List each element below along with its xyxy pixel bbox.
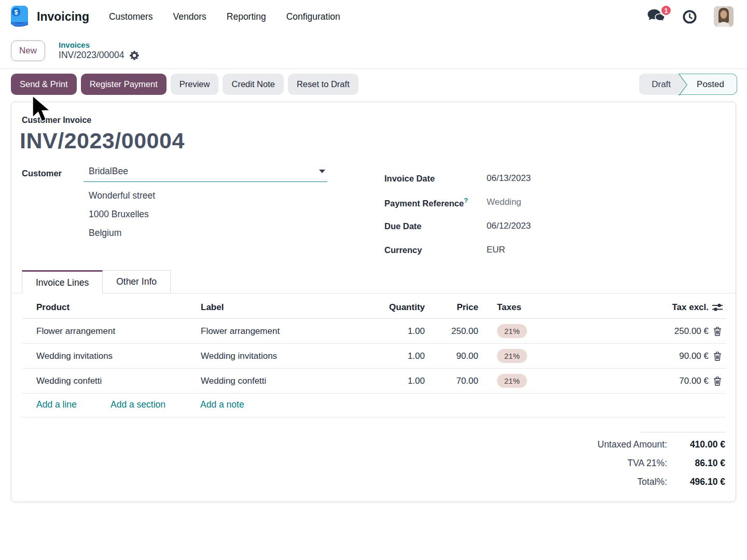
dropdown-caret-icon — [319, 170, 325, 173]
header-label: Label — [201, 302, 377, 313]
due-date-value[interactable]: 06/12/2023 — [487, 221, 531, 231]
tax-value: 86.10 € — [667, 458, 725, 469]
new-button[interactable]: New — [11, 40, 45, 61]
untaxed-amount-row: Untaxed Amount: 410.00 € — [598, 435, 725, 454]
header-taxes: Taxes — [478, 302, 626, 313]
add-a-section-link[interactable]: Add a section — [110, 399, 165, 410]
currency-value[interactable]: EUR — [487, 245, 505, 255]
currency-label: Currency — [384, 245, 487, 255]
table-footer-links: Add a line Add a section Add a note — [22, 394, 726, 417]
invoice-form-sheet: Customer Invoice INV/2023/00004 Customer… — [11, 102, 736, 502]
untaxed-amount-label: Untaxed Amount: — [598, 439, 667, 450]
total-label: Total%: — [638, 477, 667, 487]
control-panel: Send & Print Register Payment Preview Cr… — [11, 74, 737, 95]
customer-address: Wonderful street 1000 Bruxelles Belgium — [89, 186, 155, 242]
address-city: 1000 Bruxelles — [89, 205, 155, 223]
cell-quantity[interactable]: 1.00 — [377, 376, 425, 386]
menu-customers[interactable]: Customers — [109, 11, 153, 22]
invoice-date-label: Invoice Date — [384, 174, 487, 184]
tax-badge[interactable]: 21% — [497, 349, 527, 363]
invoice-type-label: Customer Invoice — [22, 116, 91, 125]
breadcrumb-bar: New Invoices INV/2023/00004 — [0, 33, 747, 69]
address-country: Belgium — [89, 223, 155, 242]
messages-count-badge: 1 — [660, 4, 672, 17]
cell-quantity[interactable]: 1.00 — [377, 351, 425, 361]
breadcrumb-current-record: INV/2023/00004 — [59, 50, 125, 61]
send-print-button[interactable]: Send & Print — [11, 74, 77, 95]
cell-product[interactable]: Flower arrangement — [22, 326, 201, 337]
cell-quantity[interactable]: 1.00 — [377, 326, 425, 337]
column-options-sliders-icon[interactable] — [709, 302, 726, 313]
delete-row-trash-icon[interactable] — [709, 352, 726, 361]
payment-reference-label: Payment Reference? — [384, 197, 487, 208]
reset-to-draft-button[interactable]: Reset to Draft — [288, 74, 358, 95]
currency-row: Currency EUR — [384, 238, 531, 262]
customer-field-label: Customer — [22, 169, 62, 178]
messages-icon[interactable]: 1 — [647, 9, 666, 24]
svg-text:$: $ — [15, 9, 18, 16]
header-product: Product — [22, 302, 201, 313]
invoice-number-title: INV/2023/00004 — [20, 128, 185, 153]
total-row: Total%: 496.10 € — [598, 472, 725, 491]
due-date-row: Due Date 06/12/2023 — [384, 214, 531, 238]
total-value: 496.10 € — [667, 477, 725, 487]
breadcrumb: Invoices INV/2023/00004 — [59, 40, 140, 62]
cell-product[interactable]: Wedding invitations — [22, 351, 201, 361]
tax-row: TVA 21%: 86.10 € — [598, 454, 725, 472]
main-menu: Customers Vendors Reporting Configuratio… — [109, 11, 340, 22]
invoice-details: Invoice Date 06/13/2023 Payment Referenc… — [384, 166, 531, 262]
header-price: Price — [425, 302, 478, 313]
help-icon[interactable]: ? — [464, 197, 468, 204]
menu-vendors[interactable]: Vendors — [173, 11, 206, 22]
cell-product[interactable]: Wedding confetti — [22, 376, 201, 386]
table-row[interactable]: Wedding invitations Wedding invitations … — [22, 344, 726, 369]
cell-tax-excl: 250.00 € — [626, 326, 709, 337]
delete-row-trash-icon[interactable] — [709, 327, 726, 336]
cell-label[interactable]: Flower arrangement — [201, 326, 377, 337]
invoice-date-row: Invoice Date 06/13/2023 — [384, 166, 531, 190]
top-navbar: $ Invoicing Customers Vendors Reporting … — [0, 0, 747, 33]
cell-tax-excl: 70.00 € — [626, 376, 709, 386]
status-draft[interactable]: Draft — [639, 74, 678, 95]
tab-other-info[interactable]: Other Info — [103, 270, 171, 293]
settings-gear-icon[interactable] — [129, 50, 140, 61]
status-bar: Draft Posted — [639, 74, 737, 95]
register-payment-button[interactable]: Register Payment — [81, 74, 167, 95]
navbar-right: 1 — [647, 6, 738, 27]
cell-price[interactable]: 70.00 — [425, 376, 478, 386]
invoicing-app-icon[interactable]: $ — [9, 4, 30, 29]
cell-tax-excl: 90.00 € — [626, 351, 709, 361]
tab-invoice-lines[interactable]: Invoice Lines — [22, 270, 103, 293]
table-row[interactable]: Wedding confetti Wedding confetti 1.00 7… — [22, 369, 726, 394]
add-a-line-link[interactable]: Add a line — [36, 399, 77, 410]
menu-reporting[interactable]: Reporting — [227, 11, 266, 22]
tax-badge[interactable]: 21% — [497, 324, 527, 338]
header-tax-excl: Tax excl. — [626, 302, 709, 313]
app-name[interactable]: Invoicing — [37, 10, 89, 24]
credit-note-button[interactable]: Credit Note — [223, 74, 283, 95]
cell-price[interactable]: 250.00 — [425, 326, 478, 337]
user-avatar[interactable] — [714, 6, 734, 27]
customer-select[interactable]: BridalBee — [84, 166, 327, 182]
table-row[interactable]: Flower arrangement Flower arrangement 1.… — [22, 319, 726, 344]
due-date-label: Due Date — [384, 221, 487, 231]
table-header-row: Product Label Quantity Price Taxes Tax e… — [22, 296, 726, 319]
delete-row-trash-icon[interactable] — [709, 376, 726, 386]
cell-price[interactable]: 90.00 — [425, 351, 478, 361]
customer-name: BridalBee — [89, 166, 128, 177]
activities-clock-icon[interactable] — [682, 9, 697, 24]
invoice-lines-table: Product Label Quantity Price Taxes Tax e… — [22, 296, 726, 417]
breadcrumb-invoices-link[interactable]: Invoices — [59, 40, 140, 50]
invoice-totals: Untaxed Amount: 410.00 € TVA 21%: 86.10 … — [598, 432, 725, 491]
header-quantity: Quantity — [377, 302, 425, 313]
tax-badge[interactable]: 21% — [497, 374, 527, 388]
cell-label[interactable]: Wedding confetti — [201, 376, 377, 386]
cell-label[interactable]: Wedding invitations — [201, 351, 377, 361]
invoice-date-value[interactable]: 06/13/2023 — [487, 173, 531, 184]
payment-reference-value[interactable]: Wedding — [487, 197, 521, 207]
menu-configuration[interactable]: Configuration — [286, 11, 340, 22]
preview-button[interactable]: Preview — [171, 74, 219, 95]
payment-reference-row: Payment Reference? Wedding — [384, 190, 531, 214]
add-a-note-link[interactable]: Add a note — [200, 399, 244, 410]
status-posted-active[interactable]: Posted — [678, 74, 737, 95]
